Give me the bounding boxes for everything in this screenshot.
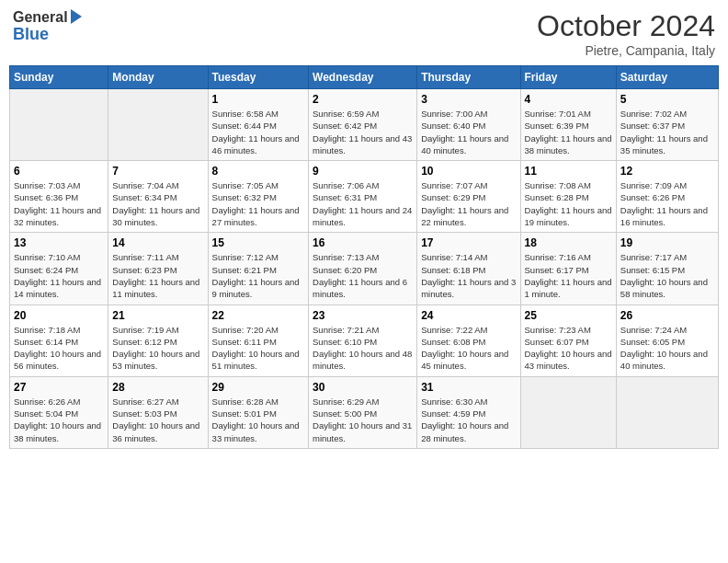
day-info: Sunrise: 6:30 AM Sunset: 4:59 PM Dayligh… bbox=[421, 396, 516, 444]
calendar-week-row: 1Sunrise: 6:58 AM Sunset: 6:44 PM Daylig… bbox=[10, 89, 719, 161]
calendar-cell: 6Sunrise: 7:03 AM Sunset: 6:36 PM Daylig… bbox=[10, 161, 108, 233]
day-number: 31 bbox=[421, 381, 516, 394]
day-number: 21 bbox=[112, 309, 203, 322]
day-number: 14 bbox=[112, 236, 203, 249]
day-number: 3 bbox=[421, 93, 516, 106]
day-info: Sunrise: 6:59 AM Sunset: 6:42 PM Dayligh… bbox=[313, 108, 413, 156]
calendar-cell: 9Sunrise: 7:06 AM Sunset: 6:31 PM Daylig… bbox=[309, 161, 417, 233]
calendar-cell: 12Sunrise: 7:09 AM Sunset: 6:26 PM Dayli… bbox=[616, 161, 718, 233]
day-info: Sunrise: 7:21 AM Sunset: 6:10 PM Dayligh… bbox=[313, 324, 413, 373]
day-number: 29 bbox=[212, 381, 304, 394]
day-info: Sunrise: 7:01 AM Sunset: 6:39 PM Dayligh… bbox=[525, 108, 612, 156]
day-number: 15 bbox=[212, 236, 304, 249]
day-number: 24 bbox=[421, 309, 516, 322]
day-info: Sunrise: 7:09 AM Sunset: 6:26 PM Dayligh… bbox=[620, 179, 714, 228]
day-number: 9 bbox=[313, 165, 413, 178]
calendar-cell: 24Sunrise: 7:22 AM Sunset: 6:08 PM Dayli… bbox=[417, 304, 520, 376]
day-info: Sunrise: 7:05 AM Sunset: 6:32 PM Dayligh… bbox=[212, 179, 304, 228]
weekday-header: Friday bbox=[520, 66, 616, 89]
logo-icon bbox=[71, 9, 82, 24]
weekday-header: Sunday bbox=[10, 66, 108, 89]
calendar-cell: 10Sunrise: 7:07 AM Sunset: 6:29 PM Dayli… bbox=[417, 161, 520, 233]
day-number: 23 bbox=[313, 309, 413, 322]
day-info: Sunrise: 6:28 AM Sunset: 5:01 PM Dayligh… bbox=[212, 396, 304, 444]
calendar-cell: 2Sunrise: 6:59 AM Sunset: 6:42 PM Daylig… bbox=[309, 89, 417, 161]
calendar-cell: 1Sunrise: 6:58 AM Sunset: 6:44 PM Daylig… bbox=[208, 89, 308, 161]
title-section: October 2024 Pietre, Campania, Italy bbox=[537, 9, 715, 58]
day-number: 20 bbox=[14, 309, 104, 322]
calendar-cell: 20Sunrise: 7:18 AM Sunset: 6:14 PM Dayli… bbox=[10, 304, 108, 376]
logo-blue: Blue bbox=[13, 26, 49, 44]
calendar-cell: 26Sunrise: 7:24 AM Sunset: 6:05 PM Dayli… bbox=[616, 304, 718, 376]
day-info: Sunrise: 7:04 AM Sunset: 6:34 PM Dayligh… bbox=[112, 179, 203, 228]
day-number: 5 bbox=[620, 93, 714, 106]
weekday-header: Tuesday bbox=[208, 66, 308, 89]
calendar-cell: 21Sunrise: 7:19 AM Sunset: 6:12 PM Dayli… bbox=[108, 304, 208, 376]
day-info: Sunrise: 7:11 AM Sunset: 6:23 PM Dayligh… bbox=[112, 251, 203, 300]
day-number: 8 bbox=[212, 165, 304, 178]
calendar-cell: 18Sunrise: 7:16 AM Sunset: 6:17 PM Dayli… bbox=[520, 233, 616, 304]
calendar-week-row: 6Sunrise: 7:03 AM Sunset: 6:36 PM Daylig… bbox=[10, 161, 719, 233]
day-number: 19 bbox=[620, 236, 714, 249]
calendar-cell: 19Sunrise: 7:17 AM Sunset: 6:15 PM Dayli… bbox=[616, 233, 718, 304]
calendar-cell: 23Sunrise: 7:21 AM Sunset: 6:10 PM Dayli… bbox=[309, 304, 417, 376]
month-title: October 2024 bbox=[537, 9, 715, 43]
day-info: Sunrise: 7:14 AM Sunset: 6:18 PM Dayligh… bbox=[421, 251, 516, 300]
day-info: Sunrise: 7:18 AM Sunset: 6:14 PM Dayligh… bbox=[14, 324, 104, 373]
day-number: 27 bbox=[14, 381, 104, 394]
day-number: 1 bbox=[212, 93, 304, 106]
day-number: 18 bbox=[525, 236, 612, 249]
calendar-cell: 31Sunrise: 6:30 AM Sunset: 4:59 PM Dayli… bbox=[417, 376, 520, 448]
calendar-cell: 16Sunrise: 7:13 AM Sunset: 6:20 PM Dayli… bbox=[309, 233, 417, 304]
logo: General Blue bbox=[13, 9, 82, 43]
day-number: 4 bbox=[525, 93, 612, 106]
day-number: 22 bbox=[212, 309, 304, 322]
day-info: Sunrise: 7:22 AM Sunset: 6:08 PM Dayligh… bbox=[421, 324, 516, 373]
day-info: Sunrise: 6:26 AM Sunset: 5:04 PM Dayligh… bbox=[14, 396, 104, 444]
day-info: Sunrise: 7:24 AM Sunset: 6:05 PM Dayligh… bbox=[620, 324, 714, 373]
calendar-cell bbox=[616, 376, 718, 448]
day-info: Sunrise: 7:00 AM Sunset: 6:40 PM Dayligh… bbox=[421, 108, 516, 156]
calendar-cell bbox=[108, 89, 208, 161]
calendar-cell: 3Sunrise: 7:00 AM Sunset: 6:40 PM Daylig… bbox=[417, 89, 520, 161]
day-number: 28 bbox=[112, 381, 203, 394]
day-info: Sunrise: 7:08 AM Sunset: 6:28 PM Dayligh… bbox=[525, 179, 612, 228]
day-number: 11 bbox=[525, 165, 612, 178]
day-number: 7 bbox=[112, 165, 203, 178]
day-info: Sunrise: 6:27 AM Sunset: 5:03 PM Dayligh… bbox=[112, 396, 203, 444]
day-number: 13 bbox=[14, 236, 104, 249]
day-info: Sunrise: 7:10 AM Sunset: 6:24 PM Dayligh… bbox=[14, 251, 104, 300]
day-number: 25 bbox=[525, 309, 612, 322]
page-header: General Blue October 2024 Pietre, Campan… bbox=[9, 9, 719, 58]
day-info: Sunrise: 7:16 AM Sunset: 6:17 PM Dayligh… bbox=[525, 251, 612, 300]
day-info: Sunrise: 7:19 AM Sunset: 6:12 PM Dayligh… bbox=[112, 324, 203, 373]
calendar-cell bbox=[10, 89, 108, 161]
calendar-week-row: 13Sunrise: 7:10 AM Sunset: 6:24 PM Dayli… bbox=[10, 233, 719, 304]
calendar-cell: 14Sunrise: 7:11 AM Sunset: 6:23 PM Dayli… bbox=[108, 233, 208, 304]
calendar-week-row: 20Sunrise: 7:18 AM Sunset: 6:14 PM Dayli… bbox=[10, 304, 719, 376]
calendar-cell: 15Sunrise: 7:12 AM Sunset: 6:21 PM Dayli… bbox=[208, 233, 308, 304]
calendar-cell: 4Sunrise: 7:01 AM Sunset: 6:39 PM Daylig… bbox=[520, 89, 616, 161]
calendar-cell: 11Sunrise: 7:08 AM Sunset: 6:28 PM Dayli… bbox=[520, 161, 616, 233]
day-number: 26 bbox=[620, 309, 714, 322]
calendar-cell: 5Sunrise: 7:02 AM Sunset: 6:37 PM Daylig… bbox=[616, 89, 718, 161]
weekday-header: Monday bbox=[108, 66, 208, 89]
weekday-header-row: SundayMondayTuesdayWednesdayThursdayFrid… bbox=[10, 66, 719, 89]
logo-general: General bbox=[13, 9, 68, 26]
day-info: Sunrise: 7:06 AM Sunset: 6:31 PM Dayligh… bbox=[313, 179, 413, 228]
day-info: Sunrise: 6:58 AM Sunset: 6:44 PM Dayligh… bbox=[212, 108, 304, 156]
day-info: Sunrise: 7:02 AM Sunset: 6:37 PM Dayligh… bbox=[620, 108, 714, 156]
day-number: 10 bbox=[421, 165, 516, 178]
day-number: 17 bbox=[421, 236, 516, 249]
day-number: 30 bbox=[313, 381, 413, 394]
calendar-cell: 27Sunrise: 6:26 AM Sunset: 5:04 PM Dayli… bbox=[10, 376, 108, 448]
day-info: Sunrise: 6:29 AM Sunset: 5:00 PM Dayligh… bbox=[313, 396, 413, 444]
calendar-cell: 22Sunrise: 7:20 AM Sunset: 6:11 PM Dayli… bbox=[208, 304, 308, 376]
calendar-cell: 17Sunrise: 7:14 AM Sunset: 6:18 PM Dayli… bbox=[417, 233, 520, 304]
day-info: Sunrise: 7:13 AM Sunset: 6:20 PM Dayligh… bbox=[313, 251, 413, 300]
calendar-cell: 25Sunrise: 7:23 AM Sunset: 6:07 PM Dayli… bbox=[520, 304, 616, 376]
day-number: 12 bbox=[620, 165, 714, 178]
calendar-cell: 8Sunrise: 7:05 AM Sunset: 6:32 PM Daylig… bbox=[208, 161, 308, 233]
day-info: Sunrise: 7:07 AM Sunset: 6:29 PM Dayligh… bbox=[421, 179, 516, 228]
day-number: 6 bbox=[14, 165, 104, 178]
